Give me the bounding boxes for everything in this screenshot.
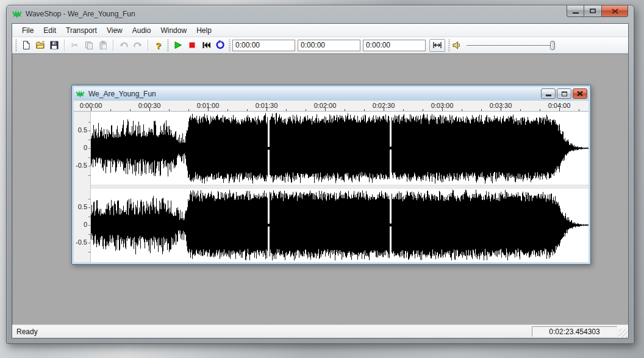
ruler-tick xyxy=(501,108,501,111)
waveshop-icon xyxy=(12,9,22,19)
amplitude-tick xyxy=(88,217,90,217)
document-window: We_Are_Young_Fun 0:00:000:00:300:01:000:… xyxy=(71,85,591,265)
toolbar: ✂ ? xyxy=(12,37,628,54)
volume-slider-track xyxy=(467,45,550,46)
menu-item-file[interactable]: File xyxy=(17,25,38,36)
amplitude-tick xyxy=(88,157,90,158)
amplitude-label: -0.5 xyxy=(76,162,87,169)
ruler-tick xyxy=(384,108,384,111)
open-button[interactable] xyxy=(33,38,47,52)
ruler-tick xyxy=(403,109,404,111)
play-button[interactable] xyxy=(171,38,185,52)
amplitude-scale: 0.50-0.50.50-0.5 xyxy=(74,112,91,262)
toolbar-gripper[interactable] xyxy=(15,40,17,51)
copy-pages-icon xyxy=(84,40,94,50)
amplitude-tick xyxy=(88,207,90,208)
document-minimize-button[interactable] xyxy=(541,88,556,99)
loop-button[interactable] xyxy=(213,38,227,52)
waveshop-doc-icon xyxy=(76,90,85,98)
new-button[interactable] xyxy=(19,38,33,52)
cut-scissors-icon: ✂ xyxy=(71,40,79,50)
waveform-channels xyxy=(91,112,589,262)
maximize-icon xyxy=(590,9,596,13)
time-field-2[interactable] xyxy=(298,40,360,51)
client-area: File Edit Transport View Audio Window He… xyxy=(12,23,629,338)
close-icon xyxy=(577,91,583,96)
toolbar-separator xyxy=(64,40,65,51)
volume-slider-thumb[interactable] xyxy=(550,41,555,50)
amplitude-label: 0.5 xyxy=(78,203,87,210)
speaker-icon xyxy=(452,40,462,50)
menu-item-view[interactable]: View xyxy=(102,25,127,36)
waveform-right-channel[interactable] xyxy=(91,188,589,262)
ruler-tick xyxy=(130,109,131,111)
time-field-1[interactable] xyxy=(232,40,295,51)
volume-slider[interactable] xyxy=(467,41,555,50)
ruler-tick xyxy=(325,108,326,111)
menu-item-transport[interactable]: Transport xyxy=(61,25,102,36)
ruler-tick xyxy=(169,109,170,111)
time-ruler[interactable]: 0:00:000:00:300:01:000:01:300:02:000:02:… xyxy=(74,101,589,112)
stop-button[interactable] xyxy=(185,38,199,52)
time-field-3[interactable] xyxy=(363,40,426,51)
volume-control xyxy=(452,40,555,50)
menu-item-help[interactable]: Help xyxy=(191,25,216,36)
redo-button[interactable] xyxy=(131,38,145,52)
titlebar[interactable]: WaveShop - We_Are_Young_Fun xyxy=(7,5,634,23)
document-caption-buttons xyxy=(541,88,587,99)
amplitude-label: -0.5 xyxy=(76,238,87,246)
mdi-workspace: We_Are_Young_Fun 0:00:000:00:300:01:000:… xyxy=(12,54,628,324)
toolbar-separator xyxy=(113,40,113,51)
paste-button[interactable] xyxy=(96,38,110,52)
menu-item-audio[interactable]: Audio xyxy=(127,25,156,36)
maximize-button[interactable] xyxy=(584,5,602,17)
document-close-button[interactable] xyxy=(573,88,587,99)
document-title: We_Are_Young_Fun xyxy=(88,90,156,98)
ruler-tick xyxy=(462,109,462,111)
ruler-tick xyxy=(579,109,579,111)
stop-square-icon xyxy=(187,40,197,50)
ruler-tick xyxy=(520,109,521,111)
fit-to-window-button[interactable] xyxy=(429,39,445,52)
save-button[interactable] xyxy=(47,38,61,52)
status-message: Ready xyxy=(16,328,38,336)
toolbar-separator xyxy=(148,40,148,51)
save-floppy-icon xyxy=(49,40,59,50)
ruler-tick xyxy=(149,108,150,111)
document-titlebar[interactable]: We_Are_Young_Fun xyxy=(74,87,589,101)
menu-item-edit[interactable]: Edit xyxy=(38,25,61,36)
undo-arrow-icon xyxy=(119,40,129,50)
ruler-tick xyxy=(227,109,228,111)
toolbar-gripper[interactable] xyxy=(167,40,169,51)
toolbar-gripper[interactable] xyxy=(448,40,450,51)
help-button[interactable]: ? xyxy=(151,38,165,52)
ruler-tick xyxy=(188,109,189,111)
minimize-button[interactable] xyxy=(567,5,584,17)
ruler-tick xyxy=(286,109,287,111)
toolbar-gripper[interactable] xyxy=(229,40,231,51)
close-button[interactable] xyxy=(602,5,628,17)
paste-clipboard-icon xyxy=(98,40,108,50)
status-time-indicator: 0:02:23.454303 xyxy=(532,326,617,337)
ruler-tick xyxy=(306,109,306,111)
play-triangle-icon xyxy=(173,40,183,50)
amplitude-label: 0 xyxy=(84,221,87,228)
cut-button[interactable]: ✂ xyxy=(68,38,82,52)
menu-item-window[interactable]: Window xyxy=(156,25,191,36)
rewind-icon xyxy=(201,40,211,50)
ruler-tick xyxy=(208,108,209,111)
rewind-button[interactable] xyxy=(199,38,213,52)
new-document-icon xyxy=(21,40,31,50)
amplitude-tick xyxy=(88,131,90,131)
undo-button[interactable] xyxy=(116,38,131,52)
resize-grip[interactable] xyxy=(619,329,628,337)
main-window: WaveShop - We_Are_Young_Fun File Edit Tr… xyxy=(6,5,634,344)
copy-button[interactable] xyxy=(82,38,96,52)
maximize-icon xyxy=(562,91,567,96)
document-maximize-button[interactable] xyxy=(557,88,571,99)
ruler-tick xyxy=(423,109,423,111)
redo-arrow-icon xyxy=(133,40,143,50)
ruler-tick xyxy=(481,109,482,111)
waveform-left-channel[interactable] xyxy=(91,112,589,185)
caption-buttons xyxy=(567,5,628,17)
